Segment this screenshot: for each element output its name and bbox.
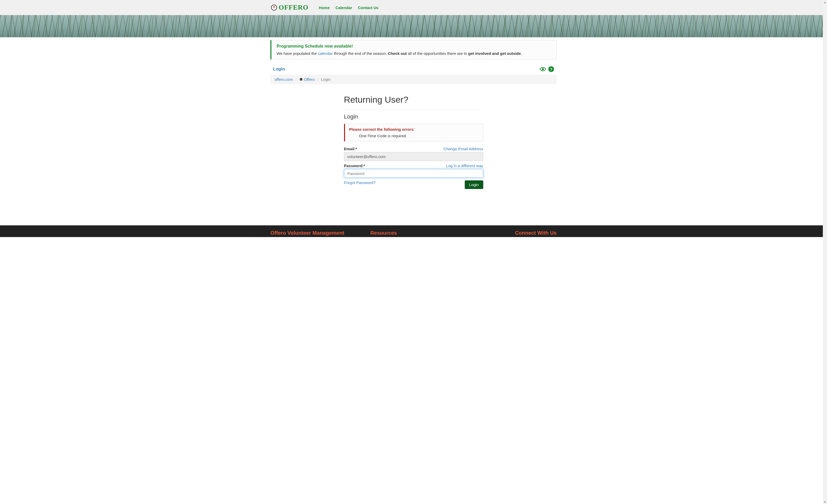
eye-icon[interactable] [539, 66, 546, 72]
footer-col3: Connect With Us [515, 230, 556, 236]
brand-logo[interactable]: OFFERO [271, 4, 308, 11]
brand-text: OFFERO [279, 4, 308, 11]
breadcrumb-root[interactable]: offero.com [275, 77, 293, 81]
footer: Offero Volunteer Management Resources Co… [0, 225, 827, 237]
nav-contact[interactable]: Contact Us [358, 5, 378, 10]
password-label: Password:* [344, 164, 366, 168]
callout-text: . [521, 51, 522, 56]
breadcrumb: offero.com / Offero / Login [271, 74, 556, 84]
breadcrumb-sep: / [317, 77, 318, 81]
login-panel: Returning User? Login Please correct the… [344, 95, 483, 189]
error-box: Please correct the following errors: One… [344, 124, 483, 142]
forgot-password-link[interactable]: Forgot Password? [344, 180, 376, 185]
error-list: One-Time Code is required. [349, 133, 479, 138]
password-group: Password:* Log in a different way [344, 164, 483, 178]
breadcrumb-home-wrap: Offero [299, 77, 315, 81]
login-button[interactable]: Login [465, 180, 483, 189]
hero-banner [0, 15, 827, 38]
home-icon [299, 77, 303, 81]
callout-text: through the end of the season. [333, 51, 388, 56]
nav-links: Home Calendar Contact Us [319, 5, 378, 10]
callout-calendar-link[interactable]: calendar [318, 51, 333, 56]
divider [344, 109, 483, 110]
breadcrumb-home[interactable]: Offero [304, 77, 314, 81]
compass-icon [271, 4, 278, 11]
page-title: Login [273, 66, 285, 72]
email-group: Email:* Change Email Address [344, 147, 483, 161]
callout-text: We have populated the [277, 51, 318, 56]
main-subheading: Login [344, 113, 483, 120]
callout-bold: get involved and get outside [468, 51, 521, 56]
main-heading: Returning User? [344, 95, 483, 105]
password-field[interactable] [344, 169, 483, 178]
email-label: Email:* [344, 147, 357, 151]
different-way-link[interactable]: Log in a different way [446, 164, 483, 168]
top-nav: OFFERO Home Calendar Contact Us [0, 0, 827, 15]
footer-col1: Offero Volunteer Management [271, 230, 344, 236]
svg-point-1 [542, 68, 544, 70]
footer-col2: Resources [370, 230, 397, 236]
scrollbar[interactable]: ▲ ▼ [823, 0, 827, 237]
callout-text: all of the opportunities there are to [407, 51, 468, 56]
callout-bold: Check out [388, 51, 407, 56]
callout-body: We have populated the calendar through t… [277, 51, 551, 56]
error-item: One-Time Code is required. [359, 133, 479, 138]
below-row: Forgot Password? Login [344, 180, 483, 189]
nav-calendar[interactable]: Calendar [335, 5, 352, 10]
page-header-row: Login ? [271, 66, 556, 72]
change-email-link[interactable]: Change Email Address [443, 147, 483, 151]
error-title: Please correct the following errors: [349, 127, 479, 131]
breadcrumb-current: Login [321, 77, 331, 81]
info-callout: Programming Schedule now available! We h… [271, 40, 556, 60]
callout-title: Programming Schedule now available! [277, 44, 551, 49]
scroll-up-icon[interactable]: ▲ [823, 0, 827, 4]
help-icon[interactable]: ? [548, 66, 554, 72]
email-field [344, 152, 483, 161]
nav-home[interactable]: Home [319, 5, 330, 10]
breadcrumb-sep: / [296, 77, 297, 81]
